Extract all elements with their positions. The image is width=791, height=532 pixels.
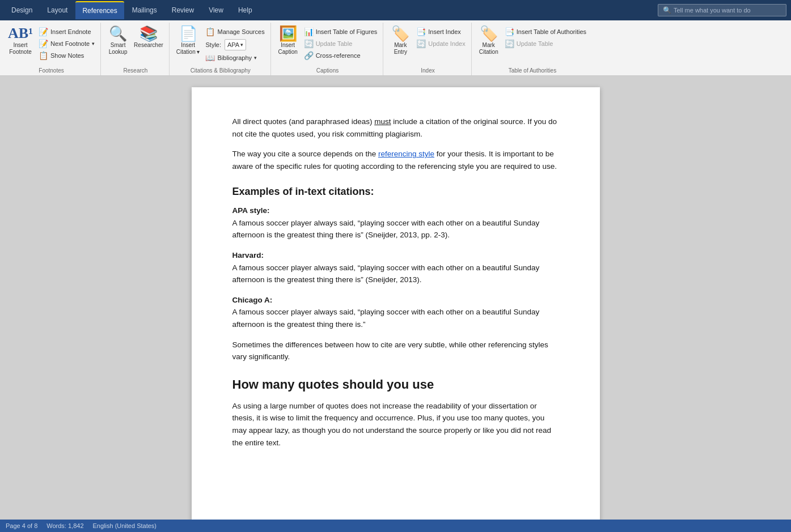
cross-ref-icon: 🔗	[304, 51, 314, 60]
document-area: All direct quotes (and paraphrased ideas…	[0, 76, 791, 520]
smart-lookup-label: SmartLookup	[109, 42, 128, 56]
update-index-button[interactable]: 🔄 Update Index	[414, 38, 467, 49]
tab-layout[interactable]: Layout	[40, 2, 74, 19]
next-footnote-label: Next Footnote	[50, 40, 90, 47]
insert-citation-label: InsertCitation ▾	[176, 42, 200, 56]
insert-index-button[interactable]: 📑 Insert Index	[414, 26, 467, 37]
researcher-button[interactable]: 📚 Researcher	[132, 24, 166, 50]
tab-references[interactable]: References	[75, 1, 124, 19]
dropdown-arrow-icon: ▾	[92, 41, 95, 46]
para-apa: APA style: A famous soccer player always…	[232, 205, 559, 241]
manage-sources-button[interactable]: 📋 Manage Sources	[203, 26, 267, 37]
menu-bar: Design Layout References Mailings Review…	[0, 0, 791, 20]
update-index-icon: 🔄	[416, 39, 426, 48]
next-footnote-icon: 📝	[39, 39, 48, 48]
insert-index-label: Insert Index	[428, 28, 460, 35]
group-index: 🏷️ MarkEntry 📑 Insert Index 🔄 Update Ind…	[384, 23, 471, 75]
word-count: Words: 1,842	[46, 522, 83, 529]
manage-sources-icon: 📋	[205, 27, 215, 36]
mark-entry-button[interactable]: 🏷️ MarkEntry	[388, 24, 413, 57]
show-notes-button[interactable]: 📋 Show Notes	[36, 50, 97, 61]
next-footnote-button[interactable]: 📝 Next Footnote ▾	[36, 38, 97, 49]
insert-table-figures-label: Insert Table of Figures	[316, 28, 378, 35]
search-box[interactable]: 🔍	[658, 4, 786, 16]
update-table-label: Update Table	[316, 40, 353, 47]
group-research: 🔍 SmartLookup 📚 Researcher Research	[102, 23, 170, 75]
status-bar: Page 4 of 8 Words: 1,842 English (United…	[0, 520, 791, 532]
bibliography-icon: 📖	[205, 53, 215, 62]
insert-table-authorities-label: Insert Table of Authorities	[517, 28, 586, 35]
footnote-icon: AB¹	[8, 26, 33, 41]
insert-table-authorities-button[interactable]: 📑 Insert Table of Authorities	[502, 26, 589, 37]
update-table-button[interactable]: 🔄 Update Table	[302, 38, 380, 49]
insert-index-icon: 📑	[416, 27, 426, 36]
heading-examples: Examples of in-text citations:	[232, 184, 559, 200]
style-value: APA	[227, 41, 239, 48]
apa-label: APA style:	[232, 206, 270, 215]
researcher-label: Researcher	[134, 42, 163, 49]
search-input[interactable]	[674, 7, 781, 14]
page-info: Page 4 of 8	[6, 522, 37, 529]
footnotes-group-label: Footnotes	[6, 66, 97, 75]
insert-caption-label: InsertCaption	[278, 42, 297, 56]
mark-entry-icon: 🏷️	[391, 26, 409, 41]
insert-citation-button[interactable]: 📄 InsertCitation ▾	[174, 24, 202, 57]
harvard-label: Harvard:	[232, 251, 264, 259]
group-footnotes: AB¹ InsertFootnote 📝 Insert Endnote 📝 Ne…	[2, 23, 101, 75]
para-2: The way you cite a source depends on the…	[232, 148, 559, 172]
insert-table-figures-button[interactable]: 📊 Insert Table of Figures	[302, 26, 380, 37]
mark-citation-button[interactable]: 🏷️ MarkCitation	[476, 24, 501, 57]
mark-citation-label: MarkCitation	[479, 42, 498, 56]
show-notes-label: Show Notes	[50, 52, 84, 59]
style-select[interactable]: APA ▾	[225, 39, 246, 50]
table-figures-icon: 📊	[304, 27, 314, 36]
group-table-authorities: 🏷️ MarkCitation 📑 Insert Table of Author…	[473, 23, 592, 75]
toa-icon: 📑	[505, 27, 514, 36]
group-citations: 📄 InsertCitation ▾ 📋 Manage Sources Styl…	[171, 23, 271, 75]
mark-entry-label: MarkEntry	[394, 42, 407, 56]
toa-group-label: Table of Authorities	[476, 66, 589, 75]
endnote-icon: 📝	[39, 27, 48, 36]
insert-footnote-button[interactable]: AB¹ InsertFootnote	[6, 24, 35, 57]
update-table-auth-label: Update Table	[517, 40, 553, 47]
insert-endnote-label: Insert Endnote	[50, 28, 91, 35]
tab-view[interactable]: View	[202, 2, 230, 19]
search-icon: 🔍	[663, 6, 671, 14]
tab-design[interactable]: Design	[5, 2, 39, 19]
bibliography-button[interactable]: 📖 Bibliography ▾	[203, 52, 267, 63]
research-group-label: Research	[105, 66, 166, 75]
smart-lookup-button[interactable]: 🔍 SmartLookup	[105, 24, 130, 57]
tab-mailings[interactable]: Mailings	[125, 2, 164, 19]
style-text-label: Style:	[205, 41, 221, 48]
group-captions: 🖼️ InsertCaption 📊 Insert Table of Figur…	[272, 23, 384, 75]
researcher-icon: 📚	[139, 26, 158, 41]
manage-sources-label: Manage Sources	[217, 28, 264, 35]
document-page: All direct quotes (and paraphrased ideas…	[192, 87, 600, 520]
citations-group-label: Citations & Bibliography	[174, 66, 267, 75]
insert-footnote-label: InsertFootnote	[9, 42, 31, 56]
tab-review[interactable]: Review	[165, 2, 201, 19]
para-how-many: As using a large number of quotes does n…	[232, 400, 559, 449]
style-row: Style: APA ▾	[203, 38, 267, 52]
referencing-style-link[interactable]: referencing style	[378, 150, 434, 158]
update-table-auth-button[interactable]: 🔄 Update Table	[502, 38, 589, 49]
insert-caption-button[interactable]: 🖼️ InsertCaption	[276, 24, 301, 57]
cross-reference-button[interactable]: 🔗 Cross-reference	[302, 50, 380, 61]
para-harvard: Harvard: A famous soccer player always s…	[232, 249, 559, 286]
show-notes-icon: 📋	[39, 51, 48, 60]
para-differences: Sometimes the differences between how to…	[232, 339, 559, 363]
style-arrow-icon: ▾	[240, 42, 243, 48]
cross-reference-label: Cross-reference	[316, 52, 361, 59]
update-table-auth-icon: 🔄	[505, 39, 514, 48]
underlined-must: must	[374, 117, 391, 126]
index-group-label: Index	[388, 66, 467, 75]
heading-how-many: How many quotes should you use	[232, 374, 559, 394]
insert-endnote-button[interactable]: 📝 Insert Endnote	[36, 26, 97, 37]
update-table-icon: 🔄	[304, 39, 314, 48]
mark-citation-icon: 🏷️	[480, 26, 498, 41]
ribbon: AB¹ InsertFootnote 📝 Insert Endnote 📝 Ne…	[0, 20, 791, 76]
smart-lookup-icon: 🔍	[109, 26, 127, 41]
captions-group-label: Captions	[276, 66, 380, 75]
chicago-label: Chicago A:	[232, 296, 273, 304]
tab-help[interactable]: Help	[231, 2, 259, 19]
